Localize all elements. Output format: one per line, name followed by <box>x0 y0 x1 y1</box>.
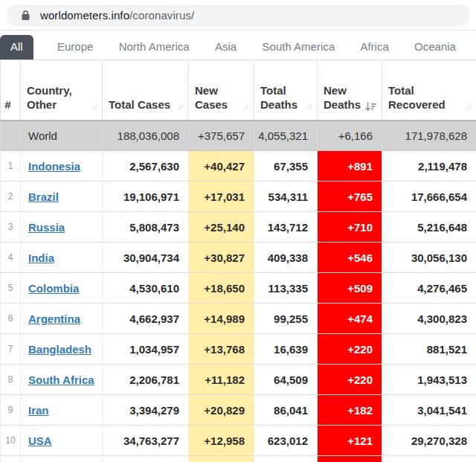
row-rank: 7 <box>1 334 21 365</box>
row-total-deaths: 99,255 <box>254 304 318 334</box>
row-total-cases: 34,763,277 <box>103 426 189 456</box>
row-new-cases: +11,182 <box>189 365 254 395</box>
covid-table: # Country, Other ↓↑ Total Cases ↓↑ New C… <box>0 60 476 462</box>
url-text: worldometers.info/coronavirus/ <box>40 9 194 22</box>
country-link[interactable]: Russia <box>28 221 65 234</box>
clipped-row <box>1 456 476 462</box>
country-link[interactable]: Brazil <box>28 190 59 203</box>
table-body-rows: World 188,036,008 +375,657 4,055,321 +6,… <box>1 121 476 462</box>
world-new-cases: +375,657 <box>189 121 254 151</box>
row-country-cell: Indonesia <box>21 151 103 182</box>
row-total-recovered: 17,666,654 <box>382 182 476 212</box>
row-total-deaths: 534,311 <box>254 182 318 212</box>
header-total-recovered[interactable]: Total Recovered ↓↑ <box>382 60 476 121</box>
lock-icon[interactable] <box>21 10 30 21</box>
header-label: New Cases <box>195 83 241 112</box>
sort-unsorted-icon: ↓↑ <box>91 103 97 112</box>
country-link[interactable]: USA <box>28 434 52 447</box>
row-total-cases: 2,567,630 <box>103 151 189 182</box>
row-new-deaths: +121 <box>318 426 382 456</box>
row-new-deaths: +891 <box>318 151 382 182</box>
row-total-recovered: 2,119,478 <box>382 151 476 182</box>
row-new-cases: +18,650 <box>189 273 254 304</box>
row-total-cases: 2,206,781 <box>103 365 189 395</box>
row-total-cases: 4,530,610 <box>103 273 189 304</box>
row-country-cell: Colombia <box>21 273 103 304</box>
row-rank: 1 <box>1 151 21 182</box>
row-total-deaths: 409,338 <box>254 243 318 273</box>
sort-unsorted-icon: ↓↑ <box>242 103 248 112</box>
tab-oceania[interactable]: Oceania <box>413 35 457 60</box>
header-label: # <box>4 97 10 112</box>
row-total-deaths: 113,335 <box>254 273 318 304</box>
world-rank-cell <box>1 121 21 151</box>
row-total-recovered: 881,521 <box>382 334 476 365</box>
country-link[interactable]: Argentina <box>28 312 80 325</box>
row-country-cell: India <box>21 243 103 273</box>
tab-all[interactable]: All <box>0 35 33 60</box>
row-country-cell: Argentina <box>21 304 103 334</box>
row-total-deaths: 67,355 <box>254 151 318 182</box>
tab-south-america[interactable]: South America <box>261 35 337 60</box>
row-rank: 10 <box>1 426 21 456</box>
table-header-row: # Country, Other ↓↑ Total Cases ↓↑ New C… <box>1 60 476 121</box>
header-label: Total Cases <box>109 97 170 112</box>
table-row: 3Russia5,808,473+25,140143,712+7105,216,… <box>1 212 476 243</box>
row-total-recovered: 5,216,648 <box>382 212 476 243</box>
table-row: 6Argentina4,662,937+14,98999,255+4744,30… <box>1 304 476 334</box>
row-rank: 9 <box>1 395 21 426</box>
header-total-cases[interactable]: Total Cases ↓↑ <box>103 60 189 121</box>
tab-north-america[interactable]: North America <box>118 35 191 60</box>
row-rank: 8 <box>1 365 21 395</box>
header-label: Total Recovered <box>388 83 463 112</box>
row-new-deaths: +765 <box>318 182 382 212</box>
row-new-deaths: +182 <box>318 395 382 426</box>
row-rank: 6 <box>1 304 21 334</box>
table-row: 9Iran3,394,279+20,82986,041+1823,041,541 <box>1 395 476 426</box>
world-total-deaths: 4,055,321 <box>254 121 318 151</box>
table-row: 4India30,904,734+30,827409,338+54630,056… <box>1 243 476 273</box>
header-new-deaths[interactable]: New Deaths <box>318 60 382 121</box>
row-total-cases: 30,904,734 <box>103 243 189 273</box>
tab-asia[interactable]: Asia <box>213 35 238 60</box>
address-bar[interactable]: worldometers.info/coronavirus/ <box>6 4 470 26</box>
row-new-deaths: +546 <box>318 243 382 273</box>
header-country[interactable]: Country, Other ↓↑ <box>21 60 103 121</box>
row-rank: 3 <box>1 212 21 243</box>
header-new-cases[interactable]: New Cases ↓↑ <box>189 60 254 121</box>
country-link[interactable]: Iran <box>28 404 49 417</box>
url-path: /coronavirus/ <box>129 9 194 22</box>
country-link[interactable]: Indonesia <box>28 160 80 173</box>
table-row: 10USA34,763,277+12,958623,012+12129,270,… <box>1 426 476 456</box>
country-link[interactable]: Bangladesh <box>28 343 91 356</box>
row-new-deaths: +220 <box>318 365 382 395</box>
sort-unsorted-icon: ↓↑ <box>465 103 471 112</box>
country-link[interactable]: South Africa <box>28 373 94 386</box>
row-total-recovered: 29,270,328 <box>382 426 476 456</box>
header-rank[interactable]: # <box>1 60 21 121</box>
header-label: New Deaths <box>324 83 364 112</box>
table-row: 2Brazil19,106,971+17,031534,311+76517,66… <box>1 182 476 212</box>
country-link[interactable]: India <box>28 251 54 264</box>
row-total-deaths: 143,712 <box>254 212 318 243</box>
row-new-cases: +20,829 <box>189 395 254 426</box>
browser-bar: worldometers.info/coronavirus/ <box>0 0 476 31</box>
world-row: World 188,036,008 +375,657 4,055,321 +6,… <box>1 121 476 151</box>
tab-africa[interactable]: Africa <box>358 35 390 60</box>
tab-europe[interactable]: Europe <box>56 35 94 60</box>
table-row: 7Bangladesh1,034,957+13,76816,639+220881… <box>1 334 476 365</box>
row-new-cases: +12,958 <box>189 426 254 456</box>
row-total-cases: 19,106,971 <box>103 182 189 212</box>
table-row: 5Colombia4,530,610+18,650113,335+5094,27… <box>1 273 476 304</box>
world-total-cases: 188,036,008 <box>103 121 189 151</box>
row-total-cases: 3,394,279 <box>103 395 189 426</box>
country-link[interactable]: Colombia <box>28 282 79 295</box>
row-total-deaths: 64,509 <box>254 365 318 395</box>
row-new-cases: +40,427 <box>189 151 254 182</box>
url-host: worldometers.info <box>40 9 129 22</box>
table-row: 1Indonesia2,567,630+40,42767,355+8912,11… <box>1 151 476 182</box>
row-new-cases: +30,827 <box>189 243 254 273</box>
header-total-deaths[interactable]: Total Deaths ↓↑ <box>254 60 318 121</box>
row-country-cell: Bangladesh <box>21 334 103 365</box>
world-new-deaths: +6,166 <box>318 121 382 151</box>
